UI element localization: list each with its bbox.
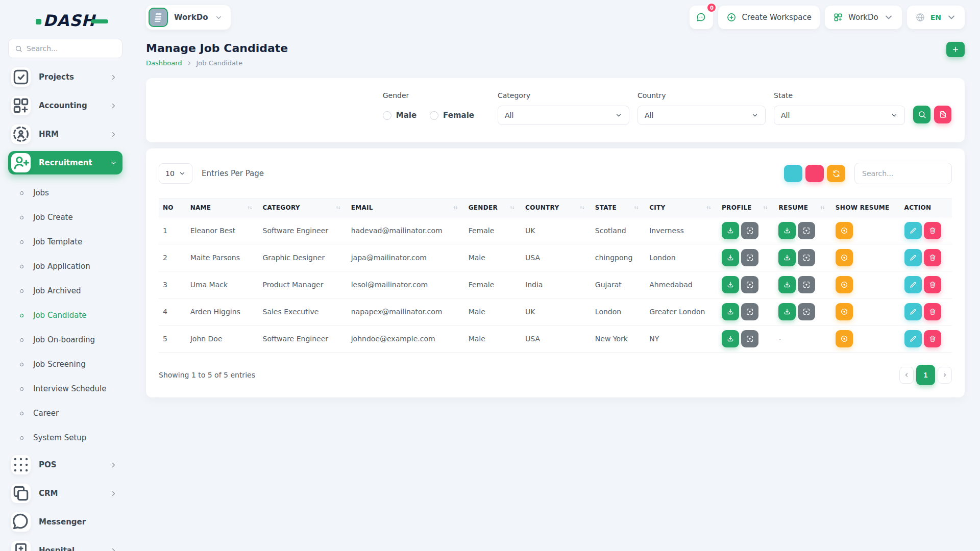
create-workspace-button[interactable]: Create Workspace [718, 6, 820, 29]
checkbox-icon [11, 67, 31, 87]
resume-download-button[interactable] [778, 249, 796, 266]
profile-view-button[interactable] [741, 249, 758, 266]
profile-view-button[interactable] [741, 222, 758, 239]
sidebar-subitem-jobs[interactable]: Jobs [8, 181, 122, 205]
sidebar-item-hospital[interactable]: Hospital [8, 539, 122, 551]
sidebar-item-messenger[interactable]: Messenger [8, 510, 122, 534]
workspace-menu-button[interactable]: WorkDo [825, 6, 902, 29]
sidebar-subitem-job-template[interactable]: Job Template [8, 230, 122, 254]
delete-button[interactable] [924, 249, 941, 266]
edit-button[interactable] [904, 330, 922, 347]
column-header-city[interactable]: CITY [645, 198, 718, 217]
edit-button[interactable] [904, 276, 922, 293]
gender-male-radio[interactable] [383, 111, 391, 120]
column-header-category[interactable]: CATEGORY [259, 198, 347, 217]
sidebar-subitem-job-screening[interactable]: Job Screening [8, 352, 122, 377]
edit-button[interactable] [904, 249, 922, 266]
refresh-button[interactable] [827, 165, 845, 182]
sidebar-subitem-job-on-boarding[interactable]: Job On-boarding [8, 328, 122, 352]
profile-download-button[interactable] [722, 249, 739, 266]
column-header-state[interactable]: STATE [591, 198, 645, 217]
profile-view-button[interactable] [741, 330, 758, 347]
sidebar-item-recruitment[interactable]: Recruitment [8, 151, 122, 174]
profile-download-button[interactable] [722, 330, 739, 347]
state-select[interactable]: All [774, 106, 905, 125]
cell-profile [718, 271, 774, 298]
sidebar-item-hrm[interactable]: HRM [8, 122, 122, 146]
pagination-next-button[interactable] [938, 367, 952, 384]
cell-category: Software Engineer [259, 325, 347, 353]
profile-download-button[interactable] [722, 222, 739, 239]
country-select[interactable]: All [638, 106, 766, 125]
sidebar-item-accounting[interactable]: Accounting [8, 94, 122, 117]
resume-download-button[interactable] [778, 276, 796, 293]
sidebar-search-input[interactable] [27, 44, 116, 53]
show-resume-button[interactable] [836, 222, 853, 239]
messages-button[interactable]: 0 [690, 6, 713, 29]
language-button[interactable]: EN [907, 6, 965, 29]
sidebar-item-label: Accounting [39, 101, 87, 110]
table-search-input[interactable] [854, 163, 952, 184]
sidebar-subitem-system-setup[interactable]: System Setup [8, 425, 122, 450]
column-header-name[interactable]: NAME [186, 198, 259, 217]
delete-button[interactable] [924, 276, 941, 293]
column-header-gender[interactable]: GENDER [464, 198, 521, 217]
show-resume-button[interactable] [836, 330, 853, 347]
undo-button[interactable] [805, 165, 824, 182]
category-select[interactable]: All [498, 106, 629, 125]
pagination-page-1-button[interactable]: 1 [916, 365, 935, 385]
sidebar-subitem-job-archived[interactable]: Job Archived [8, 279, 122, 303]
add-candidate-button[interactable] [946, 42, 965, 57]
table-row: 5John DoeSoftware Engineerjohndoe@exampl… [159, 325, 952, 353]
entries-per-page-select[interactable]: 10 [159, 163, 192, 184]
sidebar-subitem-career[interactable]: Career [8, 401, 122, 425]
export-button[interactable] [784, 165, 802, 182]
profile-download-button[interactable] [722, 303, 739, 320]
gender-female-radio[interactable] [430, 111, 438, 120]
resume-download-button[interactable] [778, 303, 796, 320]
clear-filter-button[interactable] [934, 106, 951, 123]
show-resume-button[interactable] [836, 276, 853, 293]
breadcrumb-dashboard-link[interactable]: Dashboard [146, 59, 182, 67]
resume-view-button[interactable] [798, 276, 815, 293]
apply-filter-button[interactable] [913, 106, 930, 123]
profile-view-button[interactable] [741, 276, 758, 293]
profile-view-button[interactable] [741, 303, 758, 320]
brand-name: DASH [43, 11, 95, 30]
delete-button[interactable] [924, 303, 941, 320]
resume-download-button[interactable] [778, 222, 796, 239]
cell-show-resume [831, 325, 900, 353]
sidebar-subitem-job-candidate[interactable]: Job Candidate [8, 303, 122, 328]
sidebar-subitem-label: Job Application [33, 262, 90, 271]
table-toolbar-actions [784, 163, 952, 184]
delete-button[interactable] [924, 330, 941, 347]
filter-buttons: . [913, 91, 951, 125]
topbar-actions: 0 Create Workspace WorkDo EN [690, 6, 965, 29]
sidebar-item-crm[interactable]: CRM [8, 482, 122, 505]
sidebar-item-projects[interactable]: Projects [8, 65, 122, 89]
pagination-prev-button[interactable] [899, 367, 914, 384]
sidebar-item-pos[interactable]: POS [8, 453, 122, 477]
workspace-switcher[interactable]: WorkDo [146, 5, 231, 30]
delete-button[interactable] [924, 222, 941, 239]
resume-view-button[interactable] [798, 249, 815, 266]
resume-view-button[interactable] [798, 222, 815, 239]
column-header-profile[interactable]: PROFILE [718, 198, 774, 217]
column-header-country[interactable]: COUNTRY [521, 198, 591, 217]
sidebar-subitem-job-application[interactable]: Job Application [8, 254, 122, 279]
cell-show-resume [831, 271, 900, 298]
resume-view-button[interactable] [798, 303, 815, 320]
cell-no: 4 [159, 298, 186, 325]
entries-per-page-label: Entries Per Page [202, 169, 264, 178]
sidebar-subitem-job-create[interactable]: Job Create [8, 205, 122, 230]
edit-button[interactable] [904, 303, 922, 320]
sidebar-subitem-interview-schedule[interactable]: Interview Schedule [8, 377, 122, 401]
column-header-resume[interactable]: RESUME [774, 198, 831, 217]
profile-download-button[interactable] [722, 276, 739, 293]
show-resume-button[interactable] [836, 303, 853, 320]
column-header-email[interactable]: EMAIL [347, 198, 464, 217]
download-icon [726, 281, 734, 289]
edit-button[interactable] [904, 222, 922, 239]
show-resume-button[interactable] [836, 249, 853, 266]
sort-icon [452, 204, 459, 212]
